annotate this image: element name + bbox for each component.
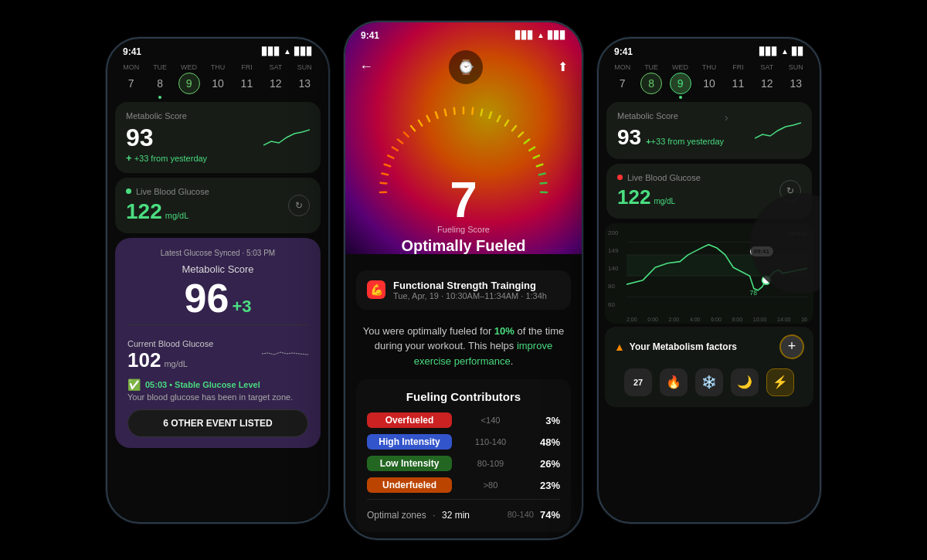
status-bar-p2: 9:41 ▊▊▊ ▲ ▊▊▊: [345, 22, 582, 44]
svg-line-8: [382, 173, 388, 175]
pct-overfueled: 3%: [529, 415, 560, 426]
svg-line-14: [411, 126, 415, 131]
battery-icon: ▊▊▊: [294, 47, 313, 56]
factor-lightning[interactable]: ⚡: [766, 368, 794, 396]
svg-text:78: 78: [750, 289, 758, 297]
fueling-text: You were optimally fueled for 10% of the…: [345, 317, 582, 380]
optimal-pct: 74%: [540, 509, 560, 521]
signal-icon: ▊▊▊: [262, 47, 280, 56]
svg-line-7: [381, 182, 387, 183]
optimal-time: 32 min: [442, 510, 470, 521]
contributors-card: Fueling Contributors Overfueled <140 3% …: [356, 379, 571, 532]
metabolic-delta-p3: ++33 from yesterday: [646, 137, 724, 146]
badge-under: Underfueled: [367, 477, 452, 493]
share-button[interactable]: ⬆: [558, 59, 568, 74]
contrib-row-overfueled: Overfueled <140 3%: [367, 412, 560, 428]
cal-day-sat-p3[interactable]: SAT 12: [756, 63, 778, 94]
watch-widget: ⌚: [449, 50, 483, 84]
glucose-sparkline: [262, 342, 308, 361]
factors-header: ▲ Your Metabolism factors +: [614, 334, 804, 359]
badge-high: High Intensity: [367, 434, 452, 450]
signal-icon-p3: ▊▊▊: [759, 47, 778, 56]
factor-moon[interactable]: 🌙: [731, 368, 759, 396]
metabolic-card-p1[interactable]: Metabolic Score 93 + +33 from yesterday: [115, 102, 321, 173]
add-factor-button[interactable]: +: [779, 334, 804, 359]
cal-day-wed[interactable]: WED 9: [178, 63, 200, 94]
cal-day-thu-p3[interactable]: THU 10: [698, 63, 720, 94]
glucose-unit-p1: mg/dL: [165, 211, 189, 220]
optimal-row: Optimal zones · 32 min 80-140 74%: [367, 499, 560, 521]
notification-card-p1: Latest Glucose Synced · 5:03 PM Metaboli…: [115, 238, 321, 448]
triangle-icon: ▲: [614, 341, 625, 353]
contrib-row-low: Low Intensity 80-109 26%: [367, 456, 560, 471]
calendar-strip-p3: MON 7 TUE 8 WED 9 THU 10 FRI 11: [599, 60, 820, 97]
svg-line-11: [392, 147, 398, 150]
workout-icon: 💪: [367, 280, 385, 299]
metabolic-label-p3: Metabolic Score: [617, 111, 678, 120]
pct-low: 26%: [529, 458, 560, 470]
factor-fire[interactable]: 🔥: [660, 368, 688, 396]
status-time-p2: 9:41: [361, 30, 379, 41]
metabolic-value-p1: 93: [126, 124, 154, 152]
glucose-label-p1: Live Blood Glucose: [136, 187, 209, 196]
svg-line-26: [512, 126, 516, 131]
snowflake-icon: ❄️: [701, 375, 717, 389]
cal-day-fri-p3[interactable]: FRI 11: [727, 63, 749, 94]
glucose-value-p3: 122: [617, 185, 650, 209]
status-icons-p2: ▊▊▊ ▲ ▊▊▊: [515, 31, 566, 39]
notif-btn[interactable]: 6 OTHER EVENT LISTED: [127, 409, 308, 437]
svg-line-22: [481, 109, 483, 115]
status-bar-p1: 9:41 ▊▊▊ ▲ ▊▊▊: [107, 39, 328, 60]
phone-1: 9:41 ▊▊▊ ▲ ▊▊▊ MON 7 TUE 8 WED 9: [106, 37, 330, 524]
svg-line-19: [454, 107, 455, 114]
svg-line-27: [518, 132, 523, 137]
factor-score[interactable]: 27: [624, 368, 652, 396]
glucose-value-p1: 122: [126, 199, 162, 224]
optimal-label: Optimal zones: [367, 510, 426, 521]
range-under: >80: [452, 480, 529, 490]
cal-day-sun[interactable]: SUN 13: [294, 63, 315, 94]
glucose-dot: [126, 188, 131, 194]
divider: [127, 324, 308, 325]
svg-line-17: [436, 112, 438, 118]
notif-score-value: 96: [185, 278, 229, 318]
glucose-card-p1[interactable]: Live Blood Glucose 122 mg/dL ↻: [115, 178, 321, 233]
sync-icon[interactable]: ↻: [288, 195, 310, 216]
badge-overfueled: Overfueled: [367, 412, 452, 428]
svg-line-32: [539, 173, 545, 175]
svg-line-15: [419, 120, 422, 125]
factor-snow[interactable]: ❄️: [695, 368, 723, 396]
factors-title: ▲ Your Metabolism factors: [614, 341, 737, 353]
cal-day-fri[interactable]: FRI 11: [236, 63, 257, 94]
workout-card[interactable]: 💪 Functional Strength Trainging Tue, Apr…: [356, 270, 571, 310]
notif-glucose-unit: mg/dL: [164, 359, 188, 368]
metabolic-card-p3[interactable]: Metabolic Score › 93 ++33 from yesterday: [606, 102, 812, 159]
fire-icon: 🔥: [666, 375, 681, 389]
cal-day-mon[interactable]: MON 7: [121, 63, 142, 94]
phone-2: 9:41 ▊▊▊ ▲ ▊▊▊ ← ⌚ ⬆: [344, 21, 583, 540]
cal-day-wed-p3[interactable]: WED 9: [670, 63, 691, 94]
svg-line-29: [529, 147, 535, 150]
glucose-dot-p3: [617, 175, 623, 180]
notif-glucose-val: 102: [127, 348, 161, 372]
pct-under: 23%: [529, 480, 560, 491]
svg-line-13: [404, 132, 409, 137]
notif-score-label: Metabolic Score: [127, 263, 308, 275]
range-overfueled: <140: [452, 416, 529, 425]
cal-day-sun-p3[interactable]: SUN 13: [785, 63, 806, 94]
battery-icon-p3: ▊▊: [792, 47, 804, 56]
cal-day-tue[interactable]: TUE 8: [149, 63, 171, 94]
svg-line-24: [497, 115, 501, 120]
cal-day-mon-p3[interactable]: MON 7: [612, 63, 633, 94]
svg-line-33: [541, 182, 547, 183]
cal-day-thu[interactable]: THU 10: [207, 63, 229, 94]
svg-line-10: [388, 155, 393, 158]
svg-line-18: [445, 109, 447, 115]
metabolic-delta-p1: + +33 from yesterday: [126, 152, 207, 164]
cal-day-sat[interactable]: SAT 12: [265, 63, 287, 94]
back-button[interactable]: ←: [359, 59, 373, 75]
cal-day-tue-p3[interactable]: TUE 8: [640, 63, 662, 94]
svg-line-30: [534, 155, 539, 158]
svg-line-28: [525, 139, 529, 143]
metabolic-sparkline: [263, 126, 310, 149]
